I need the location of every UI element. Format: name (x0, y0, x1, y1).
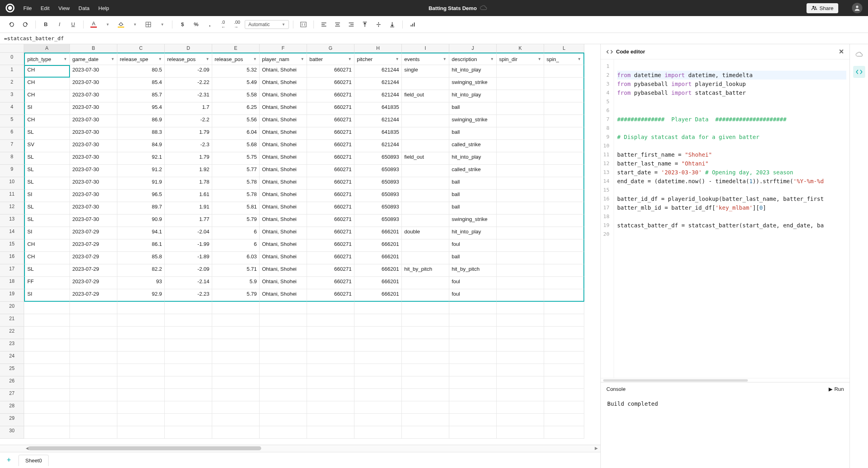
row-header[interactable]: 28 (0, 401, 24, 414)
grid-cell[interactable] (354, 389, 402, 401)
grid-cell[interactable] (544, 364, 584, 376)
grid-cell[interactable] (497, 177, 544, 190)
grid-cell[interactable] (449, 364, 497, 376)
grid-cell[interactable] (402, 314, 449, 327)
column-header[interactable]: G (307, 44, 354, 53)
grid-cell[interactable]: swinging_strike (449, 78, 497, 90)
grid-cell[interactable] (307, 426, 354, 439)
grid-cell[interactable] (212, 414, 260, 426)
grid-cell[interactable]: 660271 (307, 65, 354, 78)
grid-cell[interactable]: 641835 (354, 127, 402, 140)
grid-cell[interactable] (544, 414, 584, 426)
grid-cell[interactable]: 5.9 (212, 277, 260, 289)
column-header[interactable]: H (354, 44, 402, 53)
grid-cell[interactable]: -1.89 (165, 252, 212, 264)
grid-cell[interactable] (449, 327, 497, 339)
grid-cell[interactable]: 2023-07-30 (70, 165, 117, 177)
grid-cell[interactable] (402, 202, 449, 215)
grid-cell[interactable]: foul (449, 239, 497, 252)
grid-cell[interactable]: 91.9 (117, 177, 165, 190)
grid-cell[interactable] (402, 352, 449, 364)
grid-cell[interactable]: -2.04 (165, 227, 212, 239)
grid-cell[interactable]: 660271 (307, 102, 354, 115)
grid-cell[interactable] (497, 202, 544, 215)
grid-cell[interactable] (24, 414, 70, 426)
grid-cell[interactable] (165, 339, 212, 352)
grid-cell[interactable]: 2023-07-30 (70, 177, 117, 190)
grid-cell[interactable] (402, 302, 449, 314)
code-editor[interactable]: 1234567891011121314151617181920 from dat… (601, 59, 850, 378)
grid-cell[interactable] (497, 239, 544, 252)
grid-cell[interactable]: SL (24, 152, 70, 165)
grid-cell[interactable] (354, 364, 402, 376)
grid-cell[interactable]: 666201 (354, 239, 402, 252)
grid-cell[interactable]: 93 (117, 277, 165, 289)
row-header[interactable]: 16 (0, 252, 24, 264)
grid-cell[interactable]: hit_by_pitch (449, 264, 497, 277)
app-logo-icon[interactable] (6, 4, 14, 12)
filter-dropdown-icon[interactable]: ▼ (63, 57, 67, 61)
grid-cell[interactable] (497, 90, 544, 102)
grid-cell[interactable] (497, 389, 544, 401)
grid-cell[interactable]: hit_by_pitch (402, 264, 449, 277)
grid-cell[interactable] (24, 352, 70, 364)
grid-cell[interactable] (544, 65, 584, 78)
grid-cell[interactable]: 5.78 (212, 177, 260, 190)
insert-chart-button[interactable] (407, 18, 419, 31)
grid-cell[interactable] (24, 401, 70, 414)
grid-cell[interactable] (544, 277, 584, 289)
grid-cell[interactable] (212, 426, 260, 439)
grid-cell[interactable]: 660271 (307, 202, 354, 215)
grid-cell[interactable]: 2023-07-30 (70, 190, 117, 202)
grid-cell[interactable] (544, 152, 584, 165)
grid-cell[interactable] (497, 252, 544, 264)
grid-cell[interactable]: Ohtani, Shohei (260, 277, 307, 289)
dataframe-column-header[interactable]: pitcher▼ (354, 53, 402, 65)
grid-cell[interactable]: 650893 (354, 190, 402, 202)
grid-cell[interactable]: 2023-07-30 (70, 140, 117, 152)
grid-cell[interactable]: 80.5 (117, 65, 165, 78)
sheet-tab[interactable]: Sheet0 (18, 455, 49, 466)
grid-cell[interactable] (544, 302, 584, 314)
grid-cell[interactable]: Ohtani, Shohei (260, 202, 307, 215)
grid-cell[interactable]: 94.1 (117, 227, 165, 239)
column-header[interactable]: K (497, 44, 544, 53)
filter-dropdown-icon[interactable]: ▼ (206, 57, 209, 61)
grid-cell[interactable]: Ohtani, Shohei (260, 264, 307, 277)
row-header[interactable]: 30 (0, 426, 24, 439)
grid-cell[interactable]: 660271 (307, 78, 354, 90)
grid-cell[interactable]: Ohtani, Shohei (260, 127, 307, 140)
grid-cell[interactable] (402, 401, 449, 414)
grid-cell[interactable] (497, 327, 544, 339)
grid-cell[interactable]: 660271 (307, 277, 354, 289)
grid-cell[interactable]: 660271 (307, 152, 354, 165)
grid-cell[interactable] (70, 314, 117, 327)
grid-cell[interactable] (544, 227, 584, 239)
grid-cell[interactable] (212, 352, 260, 364)
code-editor-toggle-button[interactable] (853, 66, 865, 78)
grid-cell[interactable] (24, 339, 70, 352)
grid-cell[interactable] (449, 352, 497, 364)
grid-cell[interactable] (260, 314, 307, 327)
grid-cell[interactable] (354, 426, 402, 439)
dataframe-column-header[interactable]: events▼ (402, 53, 449, 65)
grid-cell[interactable]: Ohtani, Shohei (260, 165, 307, 177)
align-center-button[interactable] (332, 18, 344, 31)
grid-cell[interactable] (544, 264, 584, 277)
grid-cell[interactable]: 660271 (307, 289, 354, 302)
grid-cell[interactable] (497, 78, 544, 90)
grid-cell[interactable] (402, 78, 449, 90)
grid-cell[interactable]: 2023-07-30 (70, 127, 117, 140)
grid-cell[interactable] (117, 302, 165, 314)
grid-cell[interactable] (70, 352, 117, 364)
grid-cell[interactable] (544, 127, 584, 140)
grid-cell[interactable] (544, 426, 584, 439)
grid-cell[interactable]: 5.79 (212, 289, 260, 302)
grid-cell[interactable]: 91.2 (117, 165, 165, 177)
grid-cell[interactable] (70, 364, 117, 376)
grid-cell[interactable]: 6.04 (212, 127, 260, 140)
run-button[interactable]: ▶ Run (829, 386, 844, 392)
grid-cell[interactable] (402, 165, 449, 177)
grid-cell[interactable] (212, 314, 260, 327)
row-header[interactable]: 12 (0, 202, 24, 215)
